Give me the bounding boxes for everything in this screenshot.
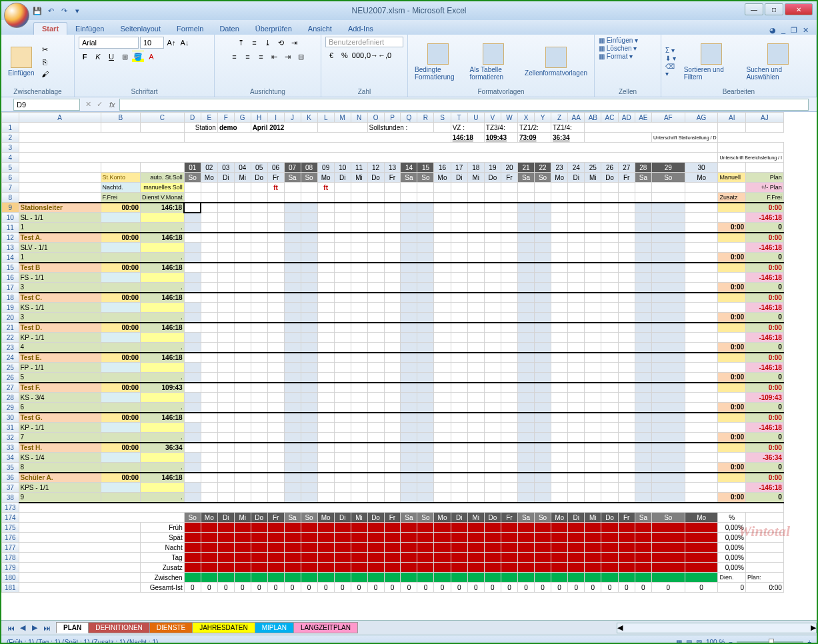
maximize-button[interactable]: □ [765, 3, 783, 15]
column-header[interactable]: H [251, 113, 267, 123]
worksheet[interactable]: ABCDEFGHIJKLMNOPQRSTUVWXYZAAABACADAEAFAG… [1, 112, 817, 620]
comma-icon[interactable]: 000 [352, 49, 364, 61]
column-header[interactable]: AD [618, 113, 635, 123]
column-header[interactable]: C [140, 113, 184, 123]
column-header[interactable]: Z [551, 113, 568, 123]
orientation-icon[interactable]: ⟲ [275, 37, 287, 49]
find-select-button[interactable]: Suchen und Auswählen [744, 42, 812, 82]
border-button[interactable]: ⊞ [119, 51, 131, 63]
copy-icon[interactable]: ⎘ [39, 57, 50, 67]
bold-button[interactable]: F [79, 51, 91, 63]
column-header[interactable]: T [451, 113, 467, 123]
column-header[interactable]: S [434, 113, 451, 123]
sheet-tab-miplan[interactable]: MIPLAN [255, 622, 294, 633]
align-bottom-icon[interactable]: ⤓ [262, 37, 274, 49]
align-left-icon[interactable]: ≡ [229, 51, 241, 63]
align-center-icon[interactable]: ≡ [242, 51, 254, 63]
column-header[interactable]: Q [401, 113, 417, 123]
decrease-decimal-icon[interactable]: ←,0 [379, 49, 391, 61]
merge-icon[interactable]: ⊟ [295, 51, 307, 63]
prev-sheet-icon[interactable]: ◀ [17, 623, 28, 633]
tab-daten[interactable]: Daten [211, 23, 247, 35]
delete-cells-button[interactable]: ▦ Löschen ▾ [599, 45, 657, 52]
column-header[interactable]: R [417, 113, 434, 123]
column-header[interactable]: N [351, 113, 367, 123]
sheet-tab-langzeitplan[interactable]: LANGZEITPLAN [293, 622, 358, 633]
align-middle-icon[interactable]: ≡ [249, 37, 261, 49]
align-top-icon[interactable]: ⤒ [235, 37, 247, 49]
column-header[interactable]: Y [535, 113, 551, 123]
minimize-ribbon-icon[interactable]: _ [781, 26, 785, 35]
tab-einfuegen[interactable]: Einfügen [67, 23, 112, 35]
column-header[interactable]: X [518, 113, 535, 123]
sheet-tab-jahresdaten[interactable]: JAHRESDATEN [192, 622, 255, 633]
column-header[interactable]: D [184, 113, 201, 123]
autosum-button[interactable]: Σ ▾ [665, 47, 679, 54]
enter-formula-icon[interactable]: ✓ [94, 100, 105, 109]
minimize-button[interactable]: — [745, 3, 763, 15]
column-header[interactable]: AF [651, 113, 685, 123]
tab-addins[interactable]: Add-Ins [340, 23, 381, 35]
font-color-button[interactable]: A [145, 51, 157, 63]
tab-ansicht[interactable]: Ansicht [300, 23, 340, 35]
column-header[interactable]: U [467, 113, 484, 123]
clear-button[interactable]: ⌫ ▾ [665, 63, 679, 77]
horizontal-scrollbar[interactable]: ◀▶ [617, 623, 817, 633]
tab-seitenlayout[interactable]: Seitenlayout [113, 23, 169, 35]
format-painter-icon[interactable]: 🖌 [39, 69, 50, 79]
increase-font-icon[interactable]: A↑ [165, 37, 177, 49]
office-button[interactable] [4, 3, 29, 28]
column-header[interactable]: AC [601, 113, 618, 123]
column-header[interactable]: AE [635, 113, 651, 123]
column-header[interactable]: O [367, 113, 384, 123]
column-header[interactable]: I [267, 113, 284, 123]
zoom-slider[interactable] [737, 641, 803, 644]
column-header[interactable]: K [301, 113, 317, 123]
paste-button[interactable]: Einfügen [5, 45, 37, 78]
column-header[interactable]: AG [685, 113, 718, 123]
fill-button[interactable]: ⬇ ▾ [665, 55, 679, 62]
column-header[interactable]: G [234, 113, 251, 123]
fx-icon[interactable]: fx [105, 101, 119, 109]
column-header[interactable]: B [101, 113, 140, 123]
column-header[interactable]: AB [585, 113, 601, 123]
help-icon[interactable]: ◕ [769, 26, 776, 35]
currency-icon[interactable]: € [325, 49, 337, 61]
zoom-out-button[interactable]: − [729, 639, 733, 644]
column-header[interactable]: L [317, 113, 334, 123]
tab-start[interactable]: Start [33, 22, 67, 35]
view-pagebreak-icon[interactable]: ▧ [696, 639, 702, 644]
underline-button[interactable]: U [105, 51, 117, 63]
undo-icon[interactable]: ↶ [45, 5, 56, 16]
save-icon[interactable]: 💾 [32, 5, 43, 16]
percent-icon[interactable]: % [339, 49, 351, 61]
format-as-table-button[interactable]: Als Tabelle formatieren [467, 42, 519, 82]
column-header[interactable]: P [384, 113, 401, 123]
name-box[interactable]: D9 [13, 99, 80, 111]
column-header[interactable]: E [201, 113, 217, 123]
redo-icon[interactable]: ↷ [59, 5, 69, 16]
view-normal-icon[interactable]: ▦ [676, 639, 682, 644]
cancel-formula-icon[interactable]: ✕ [83, 100, 94, 109]
column-header[interactable]: W [501, 113, 517, 123]
column-header[interactable]: AJ [746, 113, 784, 123]
first-sheet-icon[interactable]: ⏮ [5, 623, 16, 633]
fill-color-button[interactable]: 🪣 [132, 51, 144, 63]
column-header[interactable]: AI [718, 113, 746, 123]
cut-icon[interactable]: ✂ [39, 45, 50, 55]
sheet-tab-definitionen[interactable]: DEFINITIONEN [88, 622, 150, 633]
column-header[interactable]: AA [568, 113, 585, 123]
close-button[interactable]: ✕ [785, 3, 813, 15]
restore-window-icon[interactable]: ❐ [791, 26, 797, 35]
increase-indent-icon[interactable]: ⇥ [282, 51, 294, 63]
zoom-in-button[interactable]: + [807, 639, 811, 644]
cell-styles-button[interactable]: Zellenformatvorlagen [522, 45, 590, 78]
decrease-font-icon[interactable]: A↓ [179, 37, 191, 49]
increase-decimal-icon[interactable]: ,0→ [365, 49, 377, 61]
number-format-dropdown[interactable]: Benutzerdefiniert [325, 37, 403, 47]
font-size-dropdown[interactable]: 10 [140, 37, 164, 49]
decrease-indent-icon[interactable]: ⇤ [269, 51, 281, 63]
zoom-level[interactable]: 100 % [706, 639, 725, 644]
qat-dropdown-icon[interactable]: ▾ [72, 5, 83, 16]
sort-filter-button[interactable]: Sortieren und Filtern [681, 42, 741, 82]
